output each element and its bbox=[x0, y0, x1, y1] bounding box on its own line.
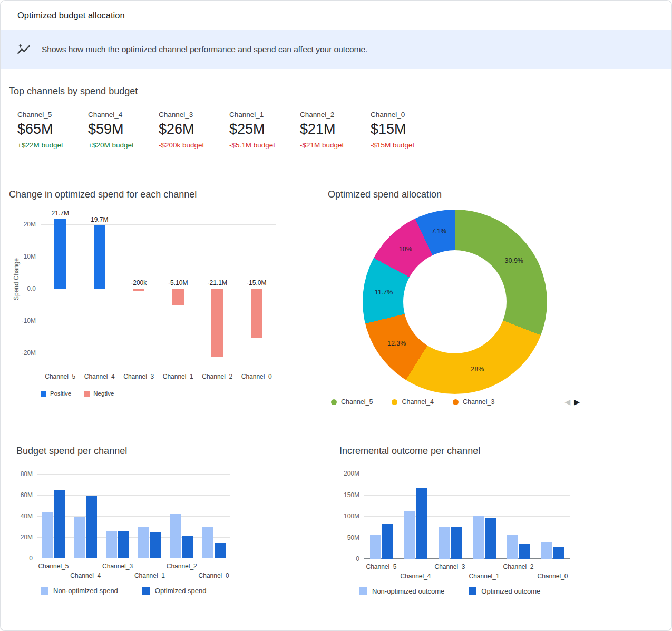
channel-name: Channel_5 bbox=[17, 111, 88, 119]
bar-channel_4-non-optimized bbox=[74, 517, 85, 558]
channel-card: Channel_4$59M+$20M budget bbox=[88, 111, 159, 149]
x-tick-label: Channel_1 bbox=[463, 573, 505, 580]
donut-slice-label: 11.7% bbox=[367, 289, 401, 296]
gridline bbox=[37, 558, 230, 558]
gridline bbox=[41, 321, 276, 321]
channel-budget-delta: +$20M budget bbox=[88, 141, 159, 149]
y-tick-label: 50M bbox=[333, 534, 359, 541]
channel-value: $26M bbox=[159, 121, 229, 137]
bar-channel_4-non-optimized bbox=[404, 511, 415, 559]
legend-label: Non-optimized spend bbox=[53, 587, 118, 595]
legend-swatch bbox=[41, 391, 46, 397]
chart-title-incremental-outcome: Incremental outcome per channel bbox=[333, 446, 586, 457]
channel-budget-delta: -$15M budget bbox=[371, 141, 441, 149]
legend-item: Positive bbox=[41, 390, 71, 397]
channel-value: $15M bbox=[371, 121, 441, 137]
gridline bbox=[37, 495, 230, 496]
legend-prev-button[interactable]: ◀ bbox=[564, 398, 570, 406]
legend-next-button[interactable]: ▶ bbox=[574, 398, 580, 406]
channel-name: Channel_0 bbox=[371, 111, 441, 119]
channel-card: Channel_3$26M-$200k budget bbox=[159, 111, 229, 149]
donut-legend-row: Channel_5Channel_4Channel_3 ◀ ▶ bbox=[331, 398, 580, 406]
bar-channel_5-non-optimized bbox=[42, 512, 53, 558]
gridline bbox=[364, 474, 570, 474]
channel-value: $21M bbox=[300, 121, 371, 137]
y-tick-label: 0.0 bbox=[9, 285, 36, 292]
channel-budget-delta: -$5.1M budget bbox=[229, 141, 300, 149]
channel-budget-delta: -$200k budget bbox=[159, 141, 229, 149]
legend-dot bbox=[392, 399, 397, 405]
bar-channel_1-optimized bbox=[485, 518, 496, 559]
y-tick-label: 0 bbox=[9, 555, 33, 562]
channel-name: Channel_3 bbox=[159, 111, 229, 119]
channel-value: $59M bbox=[88, 121, 159, 137]
bar-channel_3-non-optimized bbox=[106, 531, 117, 558]
legend-swatch bbox=[84, 391, 90, 397]
bar-channel_4-optimized bbox=[416, 488, 427, 559]
x-tick-label: Channel_2 bbox=[198, 373, 237, 380]
x-tick-label: Channel_0 bbox=[193, 572, 235, 579]
bar-channel_5 bbox=[54, 219, 66, 289]
y-tick-label: 80M bbox=[9, 470, 33, 478]
legend-item: Optimized spend bbox=[142, 587, 207, 595]
chart-budget-spend: Budget spend per channel 020M40M60M80MCh… bbox=[9, 446, 294, 619]
legend-pager: ◀ ▶ bbox=[564, 398, 580, 406]
gridline bbox=[37, 516, 230, 517]
donut-slice-label: 12.3% bbox=[380, 340, 414, 347]
gridline bbox=[41, 353, 276, 353]
budget-allocation-report: Optimized budget allocation Shows how mu… bbox=[0, 0, 672, 631]
bar-value-label: -15.0M bbox=[237, 279, 276, 287]
bar-channel_0-non-optimized bbox=[541, 542, 552, 559]
top-channel-cards: Channel_5$65M+$22M budgetChannel_4$59M+$… bbox=[9, 97, 663, 149]
section-title-top-channels: Top channels by spend budget bbox=[9, 86, 663, 97]
gridline bbox=[41, 224, 276, 225]
legend-swatch bbox=[469, 587, 476, 595]
legend-item: Optimized outcome bbox=[469, 587, 540, 595]
chart-incremental-outcome: Incremental outcome per channel 050M100M… bbox=[333, 446, 586, 619]
legend-item: Non-optimized spend bbox=[41, 587, 118, 595]
y-tick-label: 200M bbox=[333, 470, 359, 477]
legend-label: Channel_4 bbox=[402, 398, 433, 406]
gridline bbox=[41, 257, 276, 257]
gridline bbox=[364, 516, 570, 517]
bar-channel_1-optimized bbox=[150, 532, 161, 558]
x-tick-label: Channel_2 bbox=[161, 563, 203, 570]
legend-dot bbox=[331, 399, 337, 405]
gridline bbox=[37, 537, 230, 538]
gridline bbox=[37, 474, 230, 475]
bar-value-label: -21.1M bbox=[198, 279, 237, 287]
gridline bbox=[364, 558, 570, 559]
legend-item: Channel_3 bbox=[453, 398, 494, 406]
gridline bbox=[364, 495, 570, 496]
donut-slice-label: 30.9% bbox=[497, 257, 531, 264]
bar-channel_2 bbox=[211, 289, 223, 357]
channel-card: Channel_2$21M-$21M budget bbox=[300, 111, 371, 149]
bar-value-label: -200k bbox=[119, 279, 158, 287]
bar-channel_5-optimized bbox=[382, 524, 393, 559]
gridline bbox=[364, 538, 570, 538]
y-tick-label: 0 bbox=[333, 555, 359, 563]
legend-swatch bbox=[359, 587, 367, 595]
x-tick-label: Channel_4 bbox=[64, 572, 106, 579]
y-tick-label: 40M bbox=[9, 512, 33, 520]
donut-slice-label: 28% bbox=[461, 366, 494, 373]
legend-label: Optimized outcome bbox=[481, 587, 540, 595]
x-tick-label: Channel_3 bbox=[429, 563, 471, 570]
y-tick-label: 10M bbox=[9, 253, 36, 260]
x-tick-label: Channel_0 bbox=[532, 573, 574, 580]
page-title: Optimized budget allocation bbox=[17, 11, 125, 21]
channel-card: Channel_1$25M-$5.1M budget bbox=[229, 111, 300, 149]
x-tick-label: Channel_4 bbox=[395, 573, 437, 580]
legend-dot bbox=[453, 399, 459, 405]
channel-name: Channel_4 bbox=[88, 111, 159, 119]
x-tick-label: Channel_1 bbox=[159, 373, 198, 380]
bar-channel_4-optimized bbox=[86, 496, 97, 558]
y-tick-label: 150M bbox=[333, 491, 359, 499]
bar-value-label: 21.7M bbox=[41, 210, 80, 217]
x-tick-label: Channel_5 bbox=[361, 563, 403, 570]
channel-card: Channel_5$65M+$22M budget bbox=[17, 111, 88, 149]
y-tick-label: 20M bbox=[9, 221, 36, 228]
channel-name: Channel_1 bbox=[229, 111, 300, 119]
legend-label: Channel_3 bbox=[463, 398, 494, 406]
info-banner: Shows how much the optimized channel per… bbox=[1, 30, 671, 69]
